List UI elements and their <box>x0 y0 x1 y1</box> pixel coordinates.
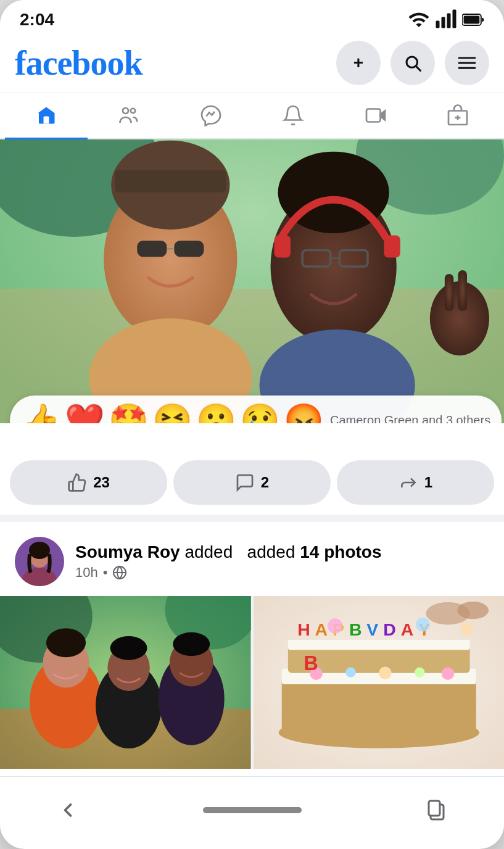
reaction-care[interactable]: 🤩 <box>109 402 149 423</box>
post2-time: 10h • <box>75 565 489 581</box>
rotate-icon <box>425 799 447 821</box>
header-actions: + <box>336 41 489 85</box>
home-indicator[interactable] <box>203 807 302 813</box>
nav-tabs <box>0 93 504 139</box>
svg-rect-1 <box>442 17 445 28</box>
battery-icon <box>462 9 484 31</box>
reaction-angry[interactable]: 😡 <box>284 402 324 423</box>
svg-rect-3 <box>453 10 456 28</box>
svg-rect-65 <box>287 640 469 650</box>
like-button[interactable]: 23 <box>10 460 167 505</box>
phone-frame: 2:04 facebook + <box>0 0 504 849</box>
post-image-area: 👍 ❤️ 🤩 😆 😮 😢 😡 Cameron Green and 3 other… <box>0 139 504 423</box>
add-button[interactable]: + <box>336 41 381 85</box>
bottom-nav <box>0 776 504 843</box>
svg-rect-2 <box>447 14 451 28</box>
globe-icon <box>112 565 127 580</box>
share-count: 1 <box>424 474 432 491</box>
signal-icon <box>435 9 457 31</box>
avatar-soumya <box>15 537 64 586</box>
status-bar: 2:04 <box>0 0 504 36</box>
svg-point-67 <box>345 668 355 677</box>
tab-friends[interactable] <box>88 93 170 139</box>
post-photo-svg <box>0 139 504 423</box>
svg-point-13 <box>131 109 136 114</box>
reaction-like[interactable]: 👍 <box>21 402 61 423</box>
svg-point-56 <box>110 636 147 660</box>
like-count: 23 <box>93 474 110 491</box>
post-main-image: 👍 ❤️ 🤩 😆 😮 😢 😡 Cameron Green and 3 other… <box>0 139 504 423</box>
reaction-sad[interactable]: 😢 <box>240 402 280 423</box>
thumbs-up-icon <box>67 473 87 492</box>
share-button[interactable]: 1 <box>337 460 494 505</box>
menu-button[interactable] <box>445 41 489 85</box>
svg-line-7 <box>416 67 421 71</box>
tab-messenger[interactable] <box>170 93 252 139</box>
svg-point-70 <box>441 668 453 680</box>
svg-point-59 <box>173 632 210 656</box>
post-card-1: 👍 ❤️ 🤩 😆 😮 😢 😡 Cameron Green and 3 other… <box>0 139 504 515</box>
wifi-icon <box>408 9 430 31</box>
reaction-haha[interactable]: 😆 <box>152 402 192 423</box>
reaction-love[interactable]: ❤️ <box>65 402 105 423</box>
svg-point-75 <box>460 623 473 635</box>
svg-rect-0 <box>436 21 440 28</box>
svg-rect-78 <box>429 801 440 816</box>
svg-point-53 <box>46 628 86 657</box>
reactions-summary: Cameron Green and 3 others <box>330 413 490 423</box>
comment-count: 2 <box>261 474 269 491</box>
svg-point-74 <box>416 618 429 631</box>
svg-point-77 <box>457 602 489 619</box>
svg-rect-40 <box>458 270 467 311</box>
tab-marketplace[interactable] <box>417 93 500 139</box>
photo-grid-item-1[interactable] <box>0 596 251 769</box>
tab-home[interactable] <box>5 93 88 139</box>
svg-rect-36 <box>384 236 400 258</box>
post-card-2: Soumya Roy added added added 14 photos 1… <box>0 522 504 769</box>
svg-rect-39 <box>445 274 453 311</box>
rotate-button[interactable] <box>418 792 455 829</box>
svg-point-12 <box>123 108 128 114</box>
grid-photo-1 <box>0 596 251 769</box>
post2-meta: Soumya Roy added added added 14 photos 1… <box>75 542 489 581</box>
tab-video[interactable] <box>334 93 417 139</box>
comment-icon <box>235 473 255 492</box>
status-time: 2:04 <box>20 10 54 30</box>
photo-grid: H A P B V D A Y B <box>0 596 504 769</box>
grid-photo-2: H A P B V D A Y B <box>254 596 505 769</box>
post2-header: Soumya Roy added added added 14 photos 1… <box>0 522 504 596</box>
svg-point-44 <box>29 542 50 559</box>
svg-text:B: B <box>304 652 318 674</box>
post2-author: Soumya Roy added added added 14 photos <box>75 542 489 562</box>
back-button[interactable] <box>49 792 86 829</box>
facebook-logo: facebook <box>15 46 143 80</box>
svg-rect-26 <box>137 241 167 257</box>
comment-button[interactable]: 2 <box>173 460 331 505</box>
svg-rect-5 <box>464 16 480 24</box>
svg-rect-11 <box>43 117 49 124</box>
svg-rect-14 <box>366 109 381 122</box>
share-icon <box>399 473 418 492</box>
photo-grid-item-2[interactable]: H A P B V D A Y B <box>254 596 505 769</box>
avatar-soumya-svg <box>15 537 64 586</box>
svg-rect-25 <box>115 170 226 193</box>
reaction-wow[interactable]: 😮 <box>196 402 236 423</box>
svg-rect-62 <box>281 676 476 736</box>
svg-rect-35 <box>275 236 291 258</box>
svg-point-73 <box>327 618 342 633</box>
reaction-bar: 👍 ❤️ 🤩 😆 😮 😢 😡 Cameron Green and 3 other… <box>10 396 502 423</box>
svg-point-69 <box>415 668 424 677</box>
status-icons <box>408 9 484 31</box>
app-header: facebook + <box>0 36 504 93</box>
svg-rect-27 <box>174 241 204 257</box>
search-button[interactable] <box>390 41 435 85</box>
post-actions: 23 2 1 <box>0 428 504 515</box>
feed: 👍 ❤️ 🤩 😆 😮 😢 😡 Cameron Green and 3 other… <box>0 139 504 769</box>
svg-text:H
              A
            : H A P B V D A Y <box>297 619 430 639</box>
svg-point-68 <box>379 667 391 679</box>
back-icon <box>57 799 79 821</box>
tab-notifications[interactable] <box>252 93 335 139</box>
